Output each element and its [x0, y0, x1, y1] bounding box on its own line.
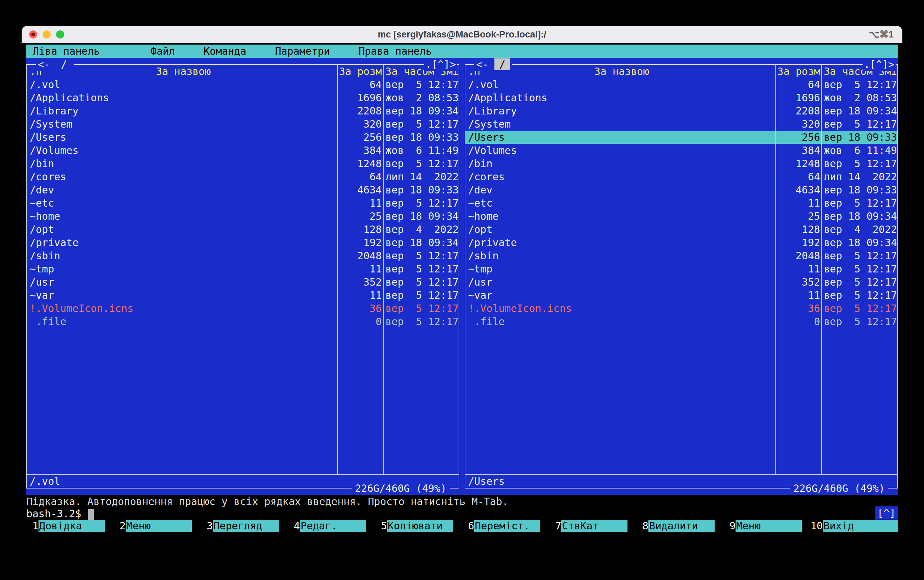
file-size: 2048: [337, 249, 383, 262]
file-row[interactable]: /dev 4634 вер 18 09:33: [465, 183, 897, 196]
file-row[interactable]: !.VolumeIcon.icns 36 вер 5 12:17: [465, 302, 897, 315]
fkey-button[interactable]: 9 Меню: [723, 520, 810, 532]
fkey-button[interactable]: 5 Копіювати: [375, 520, 462, 532]
fkey-button[interactable]: 2 Меню: [114, 520, 201, 532]
terminal-screen: Ліва панель Файл Команда Параметри Права…: [21, 43, 903, 532]
mc-menubar: Ліва панель Файл Команда Параметри Права…: [26, 44, 898, 58]
left-panel-updir-icon[interactable]: .[^]>: [424, 58, 457, 71]
file-size: 1248: [776, 157, 821, 170]
left-panel-path[interactable]: <- /: [36, 58, 74, 71]
fkey-button[interactable]: 1 Довідка: [26, 520, 114, 532]
history-back-icon[interactable]: <-: [38, 58, 56, 70]
file-row[interactable]: /System 320 вер 5 12:17: [27, 117, 459, 131]
fkey-button[interactable]: 10 Вихід: [810, 520, 898, 532]
file-row[interactable]: .file 0 вер 5 12:17: [27, 315, 459, 328]
menu-left-panel[interactable]: Ліва панель: [33, 44, 100, 58]
right-panel-updir-icon[interactable]: .[^]>: [863, 58, 896, 71]
file-row[interactable]: /opt 128 вер 4 2022: [27, 223, 459, 236]
menu-options[interactable]: Параметри: [275, 44, 330, 58]
fkey-button[interactable]: 7 СтвКат: [549, 520, 636, 532]
file-row[interactable]: /Applications 1696 жов 2 08:53: [27, 91, 459, 104]
file-size: 64: [337, 78, 383, 91]
file-name: /.vol: [465, 78, 776, 91]
function-key-bar: 1 Довідка 2 Меню 3 Перегляд 4 Редаг. 5 К…: [26, 520, 898, 532]
fkey-button[interactable]: 4 Редаг.: [288, 520, 375, 532]
file-row[interactable]: /Applications 1696 жов 2 08:53: [465, 91, 897, 104]
file-row[interactable]: /cores 64 лип 14 2022: [27, 170, 459, 183]
file-size: 11: [776, 262, 821, 275]
file-row[interactable]: ~var 11 вер 5 12:17: [27, 288, 459, 302]
menu-command[interactable]: Команда: [204, 44, 246, 58]
file-row[interactable]: /usr 352 вер 5 12:17: [465, 275, 897, 288]
file-row[interactable]: /.vol 64 вер 5 12:17: [27, 78, 459, 91]
file-row[interactable]: /Users 256 вер 18 09:33: [27, 131, 459, 144]
fkey-button[interactable]: 6 Переміст.: [462, 520, 549, 532]
file-row[interactable]: /Volumes 384 жов 6 11:49: [465, 144, 897, 157]
file-name: ~etc: [27, 196, 337, 210]
file-row[interactable]: /Library 2208 вер 18 09:34: [27, 104, 459, 117]
file-row[interactable]: .file 0 вер 5 12:17: [465, 315, 897, 328]
file-size: 352: [337, 275, 383, 288]
file-name: /sbin: [465, 249, 776, 262]
file-name: /sbin: [27, 249, 337, 262]
file-name: /dev: [465, 183, 776, 196]
file-row[interactable]: /bin 1248 вер 5 12:17: [465, 157, 897, 170]
fkey-number: 5: [375, 520, 387, 532]
fkey-button[interactable]: 3 Перегляд: [201, 520, 288, 532]
file-row[interactable]: /sbin 2048 вер 5 12:17: [465, 249, 897, 262]
file-mtime: вер 18 09:34: [383, 236, 459, 249]
file-row[interactable]: /Users 256 вер 18 09:33: [465, 131, 897, 144]
file-row[interactable]: /private 192 вер 18 09:34: [27, 236, 459, 249]
file-size: 25: [776, 210, 821, 223]
file-mtime: вер 18 09:33: [821, 183, 897, 196]
right-panel-path[interactable]: <- /: [474, 58, 512, 71]
file-name: /usr: [27, 275, 337, 288]
file-mtime: вер 18 09:34: [383, 104, 459, 117]
fkey-button[interactable]: 8 Видалити: [636, 520, 723, 532]
panel-resize-icon[interactable]: [^]: [875, 506, 898, 519]
file-name: /private: [27, 236, 337, 249]
file-row[interactable]: /Volumes 384 жов 6 11:49: [27, 144, 459, 157]
file-row[interactable]: !.VolumeIcon.icns 36 вер 5 12:17: [27, 302, 459, 315]
file-mtime: вер 18 09:34: [821, 104, 897, 117]
file-row[interactable]: ~home 25 вер 18 09:34: [27, 210, 459, 223]
right-panel: <- / .[^]> .nЗа назвою За розм За часом …: [465, 64, 898, 488]
file-row[interactable]: /opt 128 вер 4 2022: [465, 223, 897, 236]
file-row[interactable]: ~tmp 11 вер 5 12:17: [27, 262, 459, 275]
titlebar[interactable]: mc [sergiyfakas@MacBook-Pro.local]:/ ⌥⌘1: [21, 26, 903, 43]
file-size: 0: [776, 315, 821, 328]
file-row[interactable]: /dev 4634 вер 18 09:33: [27, 183, 459, 196]
file-row[interactable]: /sbin 2048 вер 5 12:17: [27, 249, 459, 262]
file-row[interactable]: /System 320 вер 5 12:17: [465, 117, 897, 131]
file-row[interactable]: /bin 1248 вер 5 12:17: [27, 157, 459, 170]
file-row[interactable]: /usr 352 вер 5 12:17: [27, 275, 459, 288]
file-mtime: жов 2 08:53: [821, 91, 897, 104]
sort-by-size-header[interactable]: За розм: [337, 65, 383, 78]
file-row[interactable]: ~etc 11 вер 5 12:17: [465, 196, 897, 210]
command-line[interactable]: bash-3.2$ [^]: [26, 507, 898, 520]
window-title: mc [sergiyfakas@MacBook-Pro.local]:/: [21, 30, 903, 40]
fkey-label: Перегляд: [213, 520, 279, 532]
file-mtime: вер 5 12:17: [383, 78, 459, 91]
file-row[interactable]: ~tmp 11 вер 5 12:17: [465, 262, 897, 275]
file-row[interactable]: /.vol 64 вер 5 12:17: [465, 78, 897, 91]
file-size: 320: [776, 117, 821, 131]
history-back-icon[interactable]: <-: [476, 58, 494, 70]
file-row[interactable]: /private 192 вер 18 09:34: [465, 236, 897, 249]
file-size: 4634: [337, 183, 383, 196]
file-size: 11: [776, 288, 821, 302]
file-row[interactable]: ~etc 11 вер 5 12:17: [27, 196, 459, 210]
file-name: ~etc: [465, 196, 776, 210]
menu-file[interactable]: Файл: [151, 44, 175, 58]
file-mtime: вер 5 12:17: [821, 315, 897, 328]
file-size: 1248: [337, 157, 383, 170]
file-row[interactable]: ~home 25 вер 18 09:34: [465, 210, 897, 223]
file-mtime: вер 5 12:17: [383, 249, 459, 262]
menu-right-panel[interactable]: Права панель: [359, 44, 432, 58]
file-row[interactable]: ~var 11 вер 5 12:17: [465, 288, 897, 302]
right-panel-file-list: /.vol 64 вер 5 12:17 /Applications 1696 …: [465, 78, 897, 328]
file-row[interactable]: /Library 2208 вер 18 09:34: [465, 104, 897, 117]
file-row[interactable]: /cores 64 лип 14 2022: [465, 170, 897, 183]
sort-by-size-header[interactable]: За розм: [776, 65, 821, 78]
file-name: /Users: [27, 131, 337, 144]
